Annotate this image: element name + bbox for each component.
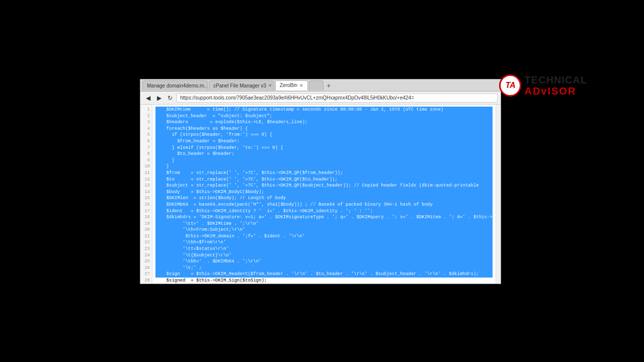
code-line: $to = str_replace(' ', '=7C', $this->DKI… (155, 176, 493, 183)
tab-bar: Manage domain4demo.m... ✕ cPanel File Ma… (140, 79, 501, 92)
line-numbers: 1234567891011121314151617181920212223242… (140, 105, 152, 284)
code-content[interactable]: $DKIMtime = time(); // Signature timesta… (152, 105, 496, 284)
code-line: '\t;' ; (155, 265, 493, 272)
tab-close-1[interactable]: ✕ (268, 83, 272, 88)
line-number: 1 (142, 107, 150, 113)
line-number: 22 (142, 239, 150, 246)
code-line: $dkimhdrs = 'DKIM-Signature: v=1; a=' . … (155, 214, 493, 221)
browser-window: Manage domain4demo.m... ✕ cPanel File Ma… (140, 79, 501, 284)
line-number: 11 (142, 170, 150, 176)
code-line: $from = str_replace(' ', '=7C', $this->D… (155, 170, 493, 176)
line-number: 21 (142, 233, 150, 240)
line-number: 2 (142, 113, 150, 120)
code-line: $sign = $this->DKIM_HeaderC($from_header… (155, 271, 493, 278)
line-number: 3 (142, 119, 150, 126)
code-line: $DKIMb64 = base64_encode(pack('H*', sha1… (155, 202, 493, 208)
line-number: 19 (142, 221, 150, 227)
address-bar[interactable]: https://support-tools.com/7905ae3eac2093… (177, 94, 498, 103)
code-line: '\t{$subject}\r\n' (155, 252, 493, 259)
code-line: $subject = str_replace(' ', '=7C', $this… (155, 183, 493, 189)
code-line: $this->DKIM_domain . ';f=' . $ident . '\… (155, 233, 493, 240)
code-line: '\tt=$status\r\n' (155, 246, 493, 252)
logo-text: TECHNICAL ADvISOR (524, 74, 587, 97)
forward-button[interactable]: ▶ (154, 94, 164, 103)
logo-circle: TA (499, 74, 521, 97)
code-line: $subject_header = "subject: $subject"; (155, 113, 493, 120)
code-line: } elseif (strpos($header, 'to:') === 0) … (155, 145, 493, 151)
code-line: $signed = $this->DKIM_Sign($toSign); (155, 278, 493, 284)
line-number: 20 (142, 227, 150, 233)
scrollbar-vertical[interactable] (496, 105, 501, 284)
line-number: 28 (142, 278, 150, 284)
code-area: 1234567891011121314151617181920212223242… (140, 105, 501, 284)
line-number: 7 (142, 145, 150, 151)
line-number: 24 (142, 252, 150, 259)
code-line: $DKIMtime = time(); // Signature timesta… (155, 107, 493, 113)
code-line: } (155, 163, 493, 170)
logo-overlay: TA TECHNICAL ADvISOR (499, 74, 587, 97)
code-line: '\tbh=$from\r\n' (155, 239, 493, 246)
code-line: $from_header = $header; (155, 138, 493, 145)
code-line: if (strpos($header, 'from:') === 0) { (155, 132, 493, 138)
tab-manage-domain[interactable]: Manage domain4demo.m... ✕ (142, 80, 208, 90)
nav-bar: ◀ ▶ ↻ https://support-tools.com/7905ae3e… (140, 92, 501, 105)
line-number: 18 (142, 214, 150, 221)
line-number: 4 (142, 126, 150, 132)
line-number: 25 (142, 258, 150, 265)
line-number: 8 (142, 151, 150, 157)
code-line: '\th=From:Subject;\r\n' (155, 227, 493, 233)
code-line: $body = $this->DKIM_BodyC($body); (155, 189, 493, 196)
code-line: $DKIMlen = strlen($body); // Length of b… (155, 195, 493, 202)
code-line: $to_header = $header; (155, 151, 493, 157)
code-line: $ident = $this->DKIM_identity ? ' i=' . … (155, 208, 493, 215)
tab-close-2[interactable]: ✕ (299, 83, 303, 88)
line-number: 23 (142, 246, 150, 252)
tab-zerobin[interactable]: ZeroBin ✕ (275, 80, 308, 90)
line-number: 16 (142, 202, 150, 208)
line-number: 9 (142, 157, 150, 164)
logo-advisor: ADvISOR (524, 85, 587, 97)
line-number: 27 (142, 271, 150, 278)
line-number: 5 (142, 132, 150, 138)
line-number: 6 (142, 138, 150, 145)
line-number: 15 (142, 195, 150, 202)
tab-cpanel[interactable]: cPanel File Manager v3 ✕ (209, 80, 274, 90)
line-number: 17 (142, 208, 150, 215)
logo-technical: TECHNICAL (524, 74, 587, 85)
code-line: } (155, 157, 493, 164)
tab-empty[interactable] (309, 80, 324, 90)
back-button[interactable]: ◀ (143, 94, 152, 103)
code-line: foreach($headers as $header) { (155, 126, 493, 132)
line-number: 26 (142, 265, 150, 272)
line-number: 13 (142, 183, 150, 189)
line-number: 14 (142, 189, 150, 196)
new-tab-button[interactable]: + (325, 81, 333, 89)
line-number: 10 (142, 163, 150, 170)
code-line: $headers = explode($this->LE, $headers_l… (155, 119, 493, 126)
line-number: 12 (142, 176, 150, 183)
reload-button[interactable]: ↻ (166, 94, 175, 103)
code-line: '\tbh=' . $DKIMb64 . ';\r\n' (155, 258, 493, 265)
code-line: '\tt=' . $DKIMtime . ';\r\n' (155, 221, 493, 227)
